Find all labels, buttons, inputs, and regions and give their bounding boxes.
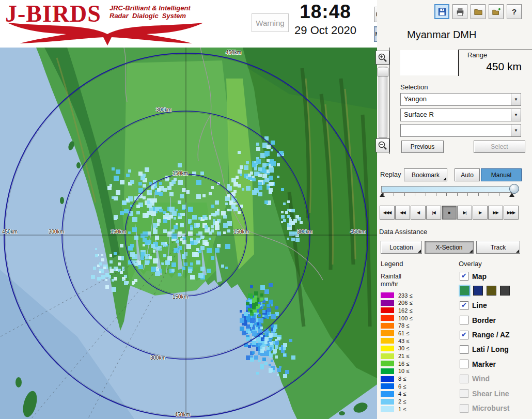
auto-button[interactable]: Auto [455, 168, 480, 181]
rain-echo-cell [196, 260, 200, 265]
bookmark-button[interactable]: Bookmark [404, 168, 447, 181]
rain-echo-cell [225, 267, 228, 269]
zoom-slider-thumb[interactable] [378, 68, 388, 76]
control-panel: ? Myanmar DMH Range 450 km Selection Yan… [377, 0, 532, 419]
play-button[interactable]: ▶ [473, 206, 488, 220]
site-select-dropdown[interactable]: Yangon ▼ [400, 93, 521, 106]
zoom-out-button[interactable] [375, 138, 389, 152]
checkbox-line[interactable]: ✔ [460, 301, 468, 310]
chevron-down-icon[interactable]: ▼ [511, 125, 521, 136]
rain-echo-cell [128, 196, 133, 201]
rain-echo-cell [262, 174, 267, 178]
rain-echo-cell [207, 269, 211, 273]
rain-echo-cell [134, 236, 138, 240]
fast-forward-button[interactable]: ▶▶ [488, 206, 503, 220]
replay-time-slider[interactable] [380, 185, 521, 201]
rain-echo-cell [269, 188, 273, 192]
logo-tagline-line1: JRC-Brilliant & Intelligent [109, 4, 191, 12]
checkbox-microburst [460, 404, 468, 413]
export-button[interactable] [489, 4, 504, 19]
rain-echo-cell [264, 153, 268, 157]
checkbox-lati-long[interactable] [460, 345, 468, 354]
rain-echo-cell [126, 174, 130, 177]
rain-echo-cell [190, 262, 193, 266]
select-button[interactable]: Select [474, 141, 525, 153]
slider-track[interactable] [381, 186, 514, 193]
rain-echo-cell [124, 209, 129, 213]
chevron-down-icon[interactable]: ▼ [511, 94, 521, 105]
rain-echo-cell [109, 267, 112, 269]
overlay-item-map: ✔Map [460, 271, 532, 282]
rain-echo-cell [267, 308, 271, 313]
checkbox-border[interactable] [460, 316, 468, 324]
previous-button[interactable]: Previous [401, 141, 444, 153]
rain-echo-cell [238, 211, 241, 214]
manual-button[interactable]: Manual [481, 168, 522, 181]
radar-map[interactable]: 450km300km150km450km300km150km150km300km… [0, 48, 377, 419]
rain-echo-cell [271, 161, 276, 166]
rain-echo-cell [289, 339, 292, 342]
overlay-item-label: Border [472, 316, 496, 324]
checkbox-map[interactable]: ✔ [460, 272, 468, 281]
map-color-swatch-1[interactable] [473, 286, 483, 296]
rain-echo-cell [196, 180, 201, 185]
legend-value: 43 ≤ [398, 338, 409, 344]
step-forward-button[interactable]: ▶| [457, 206, 472, 220]
rain-echo-cell [153, 198, 157, 203]
rain-echo-cell [207, 248, 212, 253]
rain-echo-cell [229, 200, 233, 204]
rain-echo-cell [227, 229, 230, 232]
fastest-forward-button[interactable]: ▶▶▶ [504, 206, 519, 220]
zoom-slider[interactable] [379, 67, 387, 138]
selection-label: Selection [400, 83, 428, 91]
fastest-rewind-button[interactable]: ◀◀◀ [380, 206, 395, 220]
product-select-dropdown[interactable]: Surface R ▼ [400, 108, 521, 121]
rain-echo-cell [188, 221, 191, 224]
rain-echo-cell [109, 260, 113, 263]
rain-echo-cell [157, 188, 161, 192]
range-ring-label: 300km [150, 355, 166, 361]
legend-entry: 4 ≤ [381, 391, 412, 397]
rain-echo-cell [171, 269, 175, 272]
checkbox-range-az[interactable]: ✔ [460, 331, 468, 339]
help-button[interactable]: ? [507, 4, 522, 19]
checkbox-marker[interactable] [460, 360, 468, 368]
legend-entries: 233 ≤206 ≤162 ≤100 ≤78 ≤61 ≤43 ≤30 ≤21 ≤… [381, 292, 412, 414]
rain-echo-cell [273, 370, 275, 373]
option-select-dropdown[interactable]: ▼ [400, 124, 521, 137]
slider-start-marker[interactable] [380, 193, 385, 197]
step-back-button[interactable]: |◀ [426, 206, 441, 220]
rain-echo-cell [93, 267, 96, 270]
stop-button[interactable]: ■ [442, 206, 457, 220]
rain-echo-cell [167, 186, 171, 190]
rain-echo-cell [277, 163, 280, 166]
track-button[interactable]: Track [476, 241, 520, 254]
rain-echo-cell [190, 238, 193, 241]
rain-echo-cell [163, 219, 167, 223]
x-section-button[interactable]: X-Section [425, 241, 474, 254]
warning-button[interactable]: Warning [252, 13, 289, 32]
open-folder-button[interactable] [471, 4, 486, 19]
legend-label: Legend [381, 260, 403, 268]
legend-value: 10 ≤ [398, 368, 409, 374]
rain-echo-cell [167, 256, 172, 261]
chevron-down-icon[interactable]: ▼ [511, 109, 521, 121]
fast-rewind-button[interactable]: ◀◀ [395, 206, 410, 220]
overlay-item-label: Map [472, 272, 487, 281]
rain-echo-cell [174, 225, 178, 229]
location-button[interactable]: Location [381, 241, 422, 254]
rain-echo-cell [264, 178, 269, 182]
legend-value: 6 ≤ [398, 383, 406, 390]
print-button[interactable] [452, 4, 467, 19]
zoom-in-button[interactable] [375, 51, 389, 65]
map-color-swatch-2[interactable] [487, 286, 496, 296]
map-color-swatch-0[interactable] [460, 286, 470, 296]
overlay-color-swatches [460, 285, 532, 296]
play-reverse-button[interactable]: ◀ [411, 206, 426, 220]
rain-echo-cell [151, 211, 156, 216]
rain-echo-cell [188, 231, 193, 236]
legend-value: 78 ≤ [398, 322, 409, 329]
save-button[interactable] [434, 4, 449, 19]
rain-echo-cell [178, 180, 183, 185]
map-color-swatch-3[interactable] [500, 286, 510, 296]
